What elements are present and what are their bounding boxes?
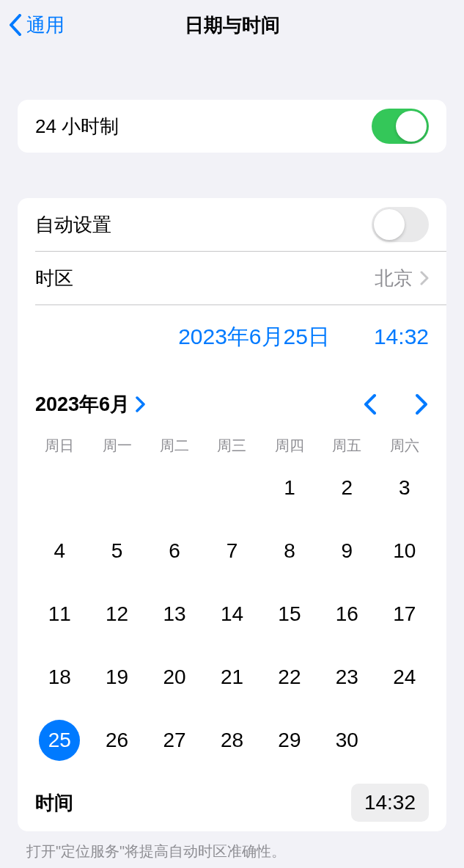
day-cell[interactable]: 3: [376, 467, 433, 508]
day-cell[interactable]: 13: [146, 594, 203, 635]
label-time: 时间: [35, 790, 73, 816]
month-label: 2023年6月: [35, 391, 130, 417]
day-cell[interactable]: 2: [318, 467, 375, 508]
row-24hour: 24 小时制: [18, 100, 446, 153]
calendar-month-header: 2023年6月: [18, 379, 446, 430]
weekday-label: 周四: [261, 436, 318, 456]
date-display[interactable]: 2023年6月25日: [178, 322, 330, 352]
day-cell[interactable]: 18: [31, 657, 88, 698]
day-empty: [31, 467, 88, 508]
page-title: 日期与时间: [185, 12, 280, 38]
footer-note: 打开"定位服务"将提高自动时区准确性。: [0, 831, 464, 861]
day-selected[interactable]: 25: [31, 720, 88, 761]
day-cell[interactable]: 6: [146, 530, 203, 572]
day-cell[interactable]: 26: [88, 720, 145, 761]
day-cell[interactable]: 22: [261, 657, 318, 698]
toggle-24hour[interactable]: [372, 109, 429, 144]
day-cell[interactable]: 4: [31, 530, 88, 572]
prev-month-button[interactable]: [363, 393, 378, 415]
day-empty: [203, 467, 260, 508]
row-timezone[interactable]: 时区 北京: [18, 252, 446, 304]
value-timezone: 北京: [375, 266, 413, 291]
month-selector[interactable]: 2023年6月: [35, 391, 146, 417]
day-cell[interactable]: 1: [261, 467, 318, 508]
day-cell[interactable]: 30: [318, 720, 375, 761]
day-cell[interactable]: 15: [261, 594, 318, 635]
day-cell[interactable]: 8: [261, 530, 318, 572]
label-timezone: 时区: [35, 266, 73, 291]
day-cell[interactable]: 27: [146, 720, 203, 761]
toggle-knob: [396, 111, 427, 142]
day-cell[interactable]: 9: [318, 530, 375, 572]
day-cell[interactable]: 12: [88, 594, 145, 635]
back-label: 通用: [26, 12, 65, 38]
day-cell[interactable]: 14: [203, 594, 260, 635]
calendar-grid: 1234567891011121314151617181920212223242…: [18, 467, 446, 761]
section-24hour: 24 小时制: [18, 100, 446, 153]
weekday-label: 周二: [146, 436, 203, 456]
row-time: 时间 14:32: [18, 774, 446, 831]
day-cell[interactable]: 7: [203, 530, 260, 572]
chevron-right-icon: [420, 271, 429, 285]
next-month-button[interactable]: [414, 393, 429, 415]
row-datetime-display: 2023年6月25日 14:32: [18, 305, 446, 368]
header: 通用 日期与时间: [0, 0, 464, 50]
day-cell[interactable]: 29: [261, 720, 318, 761]
weekday-label: 周日: [31, 436, 88, 456]
day-cell[interactable]: 19: [88, 657, 145, 698]
toggle-auto-set[interactable]: [372, 207, 429, 242]
toggle-knob: [374, 209, 405, 240]
day-cell[interactable]: 17: [376, 594, 433, 635]
time-display[interactable]: 14:32: [374, 324, 429, 349]
day-cell[interactable]: 5: [88, 530, 145, 572]
weekday-label: 周五: [318, 436, 375, 456]
section-auto-datetime: 自动设置 时区 北京 2023年6月25日 14:32 2023年6月: [18, 198, 446, 831]
weekday-label: 周三: [203, 436, 260, 456]
back-button[interactable]: 通用: [0, 12, 65, 38]
value-timezone-wrap: 北京: [375, 266, 429, 291]
day-cell[interactable]: 11: [31, 594, 88, 635]
day-cell[interactable]: 28: [203, 720, 260, 761]
day-empty: [88, 467, 145, 508]
chevron-left-icon: [9, 14, 22, 36]
day-cell[interactable]: 21: [203, 657, 260, 698]
weekday-header: 周日周一周二周三周四周五周六: [18, 436, 446, 456]
weekday-label: 周一: [88, 436, 145, 456]
day-cell[interactable]: 20: [146, 657, 203, 698]
row-auto-set: 自动设置: [18, 198, 446, 251]
day-cell[interactable]: 10: [376, 530, 433, 572]
day-cell[interactable]: 16: [318, 594, 375, 635]
weekday-label: 周六: [376, 436, 433, 456]
day-cell[interactable]: 23: [318, 657, 375, 698]
chevron-right-icon: [136, 396, 146, 412]
label-auto-set: 自动设置: [35, 212, 111, 238]
time-picker[interactable]: 14:32: [351, 784, 429, 822]
day-cell[interactable]: 24: [376, 657, 433, 698]
label-24hour: 24 小时制: [35, 114, 119, 139]
month-nav: [363, 393, 429, 415]
day-empty: [146, 467, 203, 508]
